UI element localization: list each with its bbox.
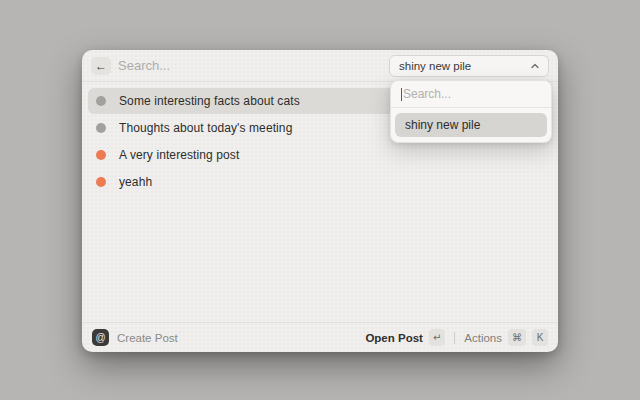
actions-hint[interactable]: Actions ⌘ K: [464, 329, 548, 346]
pile-search-input[interactable]: Search...: [391, 81, 551, 108]
post-row[interactable]: yeahh: [88, 169, 552, 195]
post-row[interactable]: A very interesting post: [88, 142, 552, 168]
enter-key-icon: ↵: [429, 329, 445, 346]
chevron-up-icon: [531, 62, 539, 70]
app-window: ← Search... shiny new pile Some interest…: [82, 50, 558, 352]
command-key-icon: ⌘: [508, 329, 526, 346]
search-input[interactable]: Search...: [118, 58, 389, 73]
post-status-dot: [96, 177, 106, 187]
back-arrow-icon: ←: [95, 59, 107, 73]
create-post-label: Create Post: [117, 332, 178, 344]
post-title: yeahh: [119, 175, 152, 189]
pile-selector-menu: Search... shiny new pile: [390, 80, 552, 143]
footer-shortcuts: Open Post ↵ Actions ⌘ K: [365, 329, 548, 346]
footer-divider: [454, 332, 455, 344]
post-status-dot: [96, 96, 106, 106]
footer-bar: @ Create Post Open Post ↵ Actions ⌘ K: [82, 322, 558, 352]
text-cursor: [401, 88, 402, 101]
post-status-dot: [96, 150, 106, 160]
k-key-icon: K: [532, 329, 548, 346]
actions-label: Actions: [464, 332, 502, 344]
post-status-dot: [96, 123, 106, 133]
pile-selector-value: shiny new pile: [399, 60, 531, 72]
open-post-hint[interactable]: Open Post ↵: [365, 329, 445, 346]
post-title: Thoughts about today's meeting: [119, 121, 292, 135]
pile-logo-icon: @: [92, 329, 109, 346]
pile-selector-dropdown[interactable]: shiny new pile: [389, 55, 549, 77]
post-title: Some interesting facts about cats: [119, 94, 300, 108]
create-post-button[interactable]: @ Create Post: [92, 329, 178, 346]
back-button[interactable]: ←: [91, 57, 111, 75]
desktop-background: ← Search... shiny new pile Some interest…: [0, 0, 640, 400]
header-bar: ← Search... shiny new pile: [82, 50, 558, 82]
post-title: A very interesting post: [119, 148, 239, 162]
open-post-label: Open Post: [365, 332, 423, 344]
pile-option-shiny-new-pile[interactable]: shiny new pile: [395, 113, 547, 137]
pile-option-label: shiny new pile: [405, 118, 480, 132]
pile-search-placeholder: Search...: [403, 87, 451, 101]
